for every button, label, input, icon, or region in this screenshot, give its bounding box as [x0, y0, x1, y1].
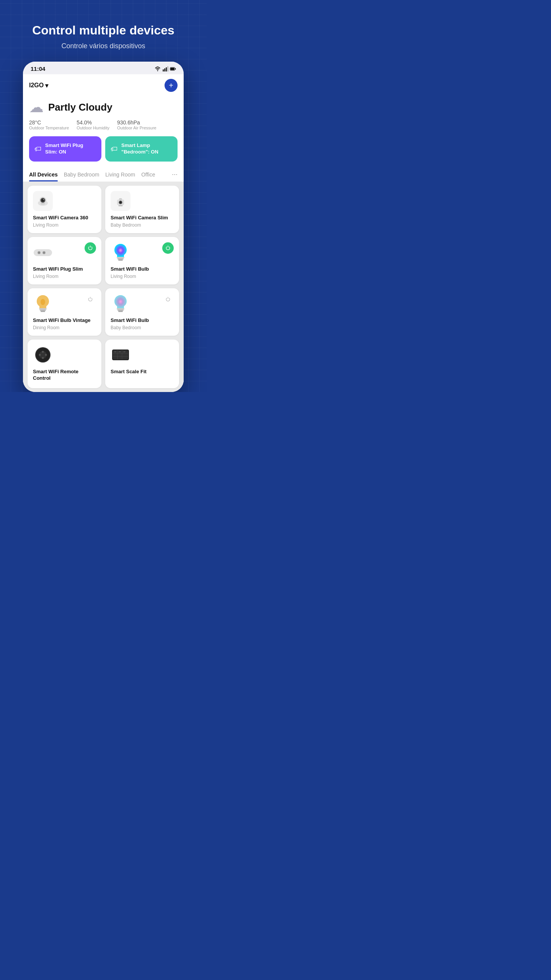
device-icon-area-plug [33, 242, 96, 262]
quick-btn-plug-slim[interactable]: 🏷 Smart WiFi Plug Slim: ON [29, 136, 101, 162]
camera-360-icon [33, 191, 53, 211]
device-grid: Smart WiFi Camera 360 Living Room [23, 182, 184, 392]
tag-icon-lamp: 🏷 [111, 145, 117, 153]
svg-rect-1 [163, 69, 164, 71]
svg-rect-30 [41, 311, 45, 312]
svg-rect-2 [164, 69, 165, 72]
main-title: Control multiple devices [11, 23, 195, 38]
weather-section: ☁ Partly Cloudy 28°C Outdoor Temperature… [23, 95, 184, 136]
device-icon-area-camera-slim [111, 191, 174, 211]
status-time: 11:04 [31, 65, 45, 72]
device-card-bulb-living[interactable]: Smart WiFi Bulb Living Room [105, 237, 179, 284]
tabs-more-button[interactable]: ··· [172, 170, 178, 178]
tag-icon-plug: 🏷 [34, 145, 41, 153]
device-card-camera-360[interactable]: Smart WiFi Camera 360 Living Room [28, 186, 101, 233]
svg-point-40 [45, 354, 47, 356]
svg-point-37 [42, 351, 44, 353]
power-button-bulb-vintage[interactable] [85, 294, 96, 305]
svg-point-16 [119, 201, 122, 204]
svg-rect-24 [117, 257, 124, 258]
svg-rect-49 [123, 351, 126, 352]
quick-actions: 🏷 Smart WiFi Plug Slim: ON 🏷 Smart Lamp … [23, 136, 184, 167]
device-icon-area-camera-360 [33, 191, 96, 211]
device-card-remote[interactable]: Smart WiFi Remote Control [28, 340, 101, 388]
device-card-plug-slim[interactable]: Smart WiFi Plug Slim Living Room [28, 237, 101, 284]
svg-point-38 [42, 357, 44, 359]
svg-rect-47 [114, 351, 116, 352]
weather-condition: Partly Cloudy [48, 101, 112, 113]
power-button-bulb-baby[interactable] [162, 294, 174, 305]
svg-point-12 [43, 199, 44, 200]
svg-point-0 [157, 70, 158, 71]
power-button-bulb-living[interactable] [162, 242, 174, 254]
device-icon-area-bulb-baby [111, 294, 174, 314]
device-room-camera-360: Living Room [33, 222, 96, 228]
svg-rect-7 [170, 68, 174, 70]
device-tabs: All Devices Baby Bedroom Living Room Off… [23, 167, 184, 182]
device-room-bulb-vintage: Dining Room [33, 325, 96, 330]
quick-btn-plug-label: Smart WiFi Plug Slim: ON [45, 142, 96, 155]
quick-btn-lamp-bedroom[interactable]: 🏷 Smart Lamp "Bedroom": ON [105, 136, 178, 162]
humidity-value: 54.0% [77, 119, 109, 126]
device-name-camera-360: Smart WiFi Camera 360 [33, 215, 96, 221]
tab-baby-bedroom[interactable]: Baby Bedroom [64, 167, 99, 181]
wifi-icon [155, 66, 161, 72]
svg-point-21 [38, 252, 40, 254]
bulb-vintage-icon [33, 294, 53, 314]
device-name-bulb-baby: Smart WiFi Bulb [111, 317, 174, 324]
pressure-stat: 930.6hPa Outdoor Air Pressure [117, 119, 156, 130]
temperature-label: Outdoor Temperature [29, 126, 69, 130]
add-device-button[interactable]: + [165, 79, 178, 92]
svg-point-23 [43, 252, 45, 254]
bulb-color2-icon [111, 294, 130, 314]
svg-rect-17 [119, 198, 122, 200]
device-name-plug-slim: Smart WiFi Plug Slim [33, 266, 96, 273]
weather-stats: 28°C Outdoor Temperature 54.0% Outdoor H… [29, 119, 178, 130]
svg-rect-4 [167, 66, 168, 71]
svg-rect-26 [118, 260, 123, 261]
scale-icon [111, 345, 130, 365]
device-room-bulb-baby: Baby Bedroom [111, 325, 174, 330]
brand-logo[interactable]: I2GO ▾ [29, 82, 48, 89]
device-icon-area-bulb-living [111, 242, 174, 262]
header-area: Control multiple devices Controle vários… [0, 0, 207, 62]
app-top-bar: I2GO ▾ + [23, 74, 184, 95]
remote-icon [33, 345, 53, 365]
tab-all-devices[interactable]: All Devices [29, 167, 58, 181]
device-card-camera-slim[interactable]: Smart WiFi Camera Slim Baby Bedroom [105, 186, 179, 233]
device-card-bulb-vintage[interactable]: Smart WiFi Bulb Vintage Dining Room [28, 288, 101, 336]
status-bar: 11:04 [23, 62, 184, 74]
svg-rect-32 [117, 310, 124, 311]
quick-btn-lamp-label: Smart Lamp "Bedroom": ON [121, 142, 172, 155]
svg-rect-29 [40, 310, 46, 311]
device-card-scale[interactable]: Smart Scale Fit [105, 340, 179, 388]
humidity-label: Outdoor Humidity [77, 126, 109, 130]
svg-rect-18 [119, 205, 123, 206]
phone-mockup: 11:04 [23, 62, 184, 392]
status-icons [155, 66, 176, 72]
svg-rect-13 [41, 203, 45, 205]
device-name-scale: Smart Scale Fit [111, 369, 174, 375]
device-room-camera-slim: Baby Bedroom [111, 222, 174, 228]
device-icon-area-bulb-vintage [33, 294, 96, 314]
chevron-icon: ▾ [45, 82, 48, 89]
temperature-value: 28°C [29, 119, 69, 126]
tab-office[interactable]: Office [141, 167, 155, 181]
svg-point-39 [39, 354, 41, 356]
app-content: I2GO ▾ + ☁ Partly Cloudy 28°C Outdoor Te… [23, 74, 184, 392]
svg-point-27 [41, 299, 45, 305]
device-name-bulb-vintage: Smart WiFi Bulb Vintage [33, 317, 96, 324]
power-button-plug-slim[interactable] [85, 242, 96, 254]
device-room-bulb-living: Living Room [111, 274, 174, 279]
weather-main: ☁ Partly Cloudy [29, 99, 178, 116]
pressure-label: Outdoor Air Pressure [117, 126, 156, 130]
cloud-icon: ☁ [29, 99, 44, 116]
device-card-bulb-baby[interactable]: Smart WiFi Bulb Baby Bedroom [105, 288, 179, 336]
signal-icon [162, 66, 168, 72]
tab-living-room[interactable]: Living Room [105, 167, 135, 181]
device-name-camera-slim: Smart WiFi Camera Slim [111, 215, 174, 221]
pressure-value: 930.6hPa [117, 119, 156, 126]
svg-rect-3 [166, 67, 167, 72]
svg-rect-6 [175, 68, 176, 69]
camera-slim-icon [111, 191, 130, 211]
